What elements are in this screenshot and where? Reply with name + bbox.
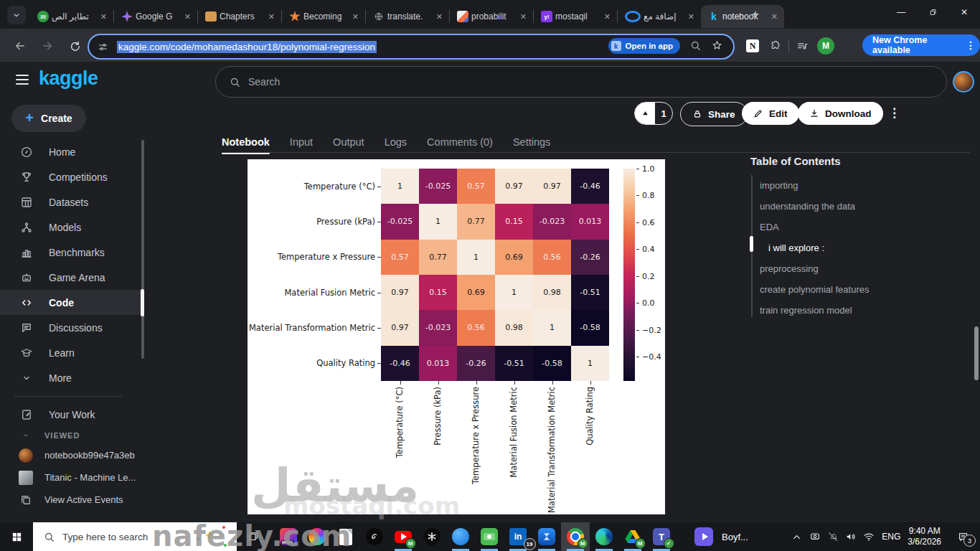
sidebar-item-models[interactable]: Models [0,215,143,240]
create-button[interactable]: + Create [11,105,86,132]
sidebar-item-more[interactable]: More [0,365,143,390]
restore-button[interactable] [917,0,948,24]
hamburger-menu-icon[interactable] [16,75,29,85]
close-tab-icon[interactable]: ✕ [686,12,697,22]
close-tab-icon[interactable]: ✕ [182,12,193,22]
taskbar-app-chrome[interactable]: M [561,522,590,551]
clock[interactable]: 9:40 AM 3/6/2026 [908,526,941,547]
taskbar-app-chatgpt[interactable] [418,522,446,551]
kaggle-avatar[interactable] [953,71,974,93]
sidebar-item-code[interactable]: Code [0,290,143,315]
taskbar-search[interactable]: Type here to search ✦ ✦ [33,522,237,551]
language-indicator[interactable]: ENG [882,532,900,542]
sidebar-item-game-arena[interactable]: Game Arena [0,265,143,290]
sidebar-scrollbar[interactable] [141,140,144,359]
wifi-icon[interactable] [859,522,877,551]
taskbar-app-youtube[interactable]: M [389,522,418,551]
share-button[interactable]: Share [680,102,748,126]
tray-expand-icon[interactable] [788,522,806,551]
url-bar[interactable]: kaggle.com/code/mohamedashour18/polynomi… [88,34,735,60]
forward-button[interactable] [39,37,56,55]
browser-tab-4[interactable]: Becoming✕ [282,5,365,28]
focus-assist-icon[interactable] [824,522,842,551]
taskbar-app-radio[interactable] [360,522,389,551]
sidebar-item-learn[interactable]: Learn [0,340,143,365]
taskbar-app-linkedin[interactable]: in19 [504,522,532,551]
close-tab-icon[interactable]: ✕ [434,12,445,22]
running-app[interactable]: Boyf... [694,527,748,546]
browser-tab-7[interactable]: y!mostaqil✕ [534,5,617,28]
more-options-button[interactable]: ⋮ [888,105,900,121]
url-text-selected[interactable]: kaggle.com/code/mohamedashour18/polynomi… [117,41,377,53]
task-view-button[interactable] [240,522,267,551]
toc-item-1[interactable]: importing [760,175,798,196]
toc-item-6[interactable]: create polynomial features [760,279,869,300]
taskbar-app-copilot[interactable] [303,522,331,551]
action-center-button[interactable]: 3 [948,522,977,551]
taskbar-app-m365[interactable]: M365 [274,522,303,551]
tab-output[interactable]: Output [333,136,364,148]
browser-tab-3[interactable]: Chapters✕ [198,5,281,28]
download-button[interactable]: Download [798,102,883,125]
sidebar-item-datasets[interactable]: Datasets [0,189,143,215]
search-icon[interactable] [689,39,702,52]
site-settings-icon[interactable] [98,42,108,52]
taskbar-app-bluechat[interactable] [446,522,475,551]
sidebar-item-your-work[interactable]: Your Work [0,402,143,427]
tab-input[interactable]: Input [290,136,313,148]
tab-settings[interactable]: Settings [513,136,550,148]
taskbar-app-drive[interactable]: M [618,522,647,551]
kaggle-search-bar[interactable]: Search [215,66,947,98]
tab-notebook[interactable]: Notebook [222,136,270,148]
toc-item-4[interactable]: i will explore : [760,237,824,258]
viewed-item-2[interactable]: Titanic - Machine Le... [0,466,143,489]
close-button[interactable]: ✕ [948,0,980,24]
taskbar-app-cash[interactable] [475,522,504,551]
volume-icon[interactable] [842,522,859,551]
edit-button[interactable]: Edit [742,102,799,125]
tab-search-button[interactable] [7,6,26,24]
bookmark-star-icon[interactable] [711,39,723,52]
upvote-button[interactable]: 1 [634,102,673,125]
viewed-item-3[interactable]: View Active Events [0,489,143,511]
viewed-section-header[interactable]: VIEWED [0,427,143,444]
extensions-puzzle-icon[interactable] [769,40,781,52]
browser-tab-6[interactable]: probabilit✕ [450,5,533,28]
browser-tab-9[interactable]: knotebook✕ [701,5,784,28]
kaggle-logo[interactable]: kaggle [39,67,98,90]
close-tab-icon[interactable]: ✕ [350,12,361,22]
upvote-arrow[interactable] [635,103,655,124]
tab-logs[interactable]: Logs [385,136,407,148]
browser-tab-8[interactable]: إضافة مع✕ [618,5,701,28]
chrome-menu-icon[interactable]: ⋮ [966,39,976,51]
reading-list-icon[interactable] [796,40,809,52]
close-tab-icon[interactable]: ✕ [769,12,780,22]
profile-avatar[interactable]: M [817,37,834,55]
sidebar-item-benchmarks[interactable]: Benchmarks [0,240,143,265]
toc-item-2[interactable]: understanding the data [760,196,855,217]
sidebar-item-discussions[interactable]: Discussions [0,315,143,340]
screen-cast-icon[interactable] [806,522,824,551]
close-tab-icon[interactable]: ✕ [602,12,613,22]
close-tab-icon[interactable]: ✕ [98,12,109,22]
toc-item-5[interactable]: preprocessing [760,258,819,279]
sidebar-item-competitions[interactable]: Competitions [0,164,143,189]
browser-tab-1[interactable]: 30تطاير الص✕ [30,5,113,28]
viewed-item-1[interactable]: notebookb99e47a3eb [0,444,143,466]
page-scrollbar[interactable] [974,326,979,380]
close-tab-icon[interactable]: ✕ [518,12,529,22]
close-tab-icon[interactable]: ✕ [266,12,277,22]
new-chrome-button[interactable]: New Chrome available ⋮ [862,34,980,56]
notion-extension-icon[interactable]: N [746,39,759,52]
back-button[interactable] [11,37,29,55]
taskbar-app-teams[interactable]: T✓ [647,522,676,551]
browser-tab-5[interactable]: translate.✕ [366,5,449,28]
new-tab-button[interactable]: + [752,7,759,22]
start-button[interactable] [0,522,33,551]
minimize-button[interactable]: — [885,0,917,24]
taskbar-app-doc[interactable] [331,522,360,551]
tab-comments-0-[interactable]: Comments (0) [427,136,493,148]
open-in-app-button[interactable]: k Open in app [608,38,680,54]
taskbar-app-edge[interactable] [590,522,618,551]
reload-button[interactable] [66,37,83,55]
